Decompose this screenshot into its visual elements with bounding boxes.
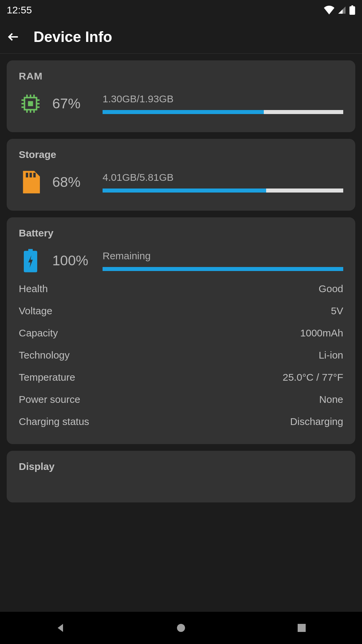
back-button[interactable] <box>7 30 20 44</box>
health-value: Good <box>319 283 343 294</box>
battery-bar-section: Remaining <box>103 250 343 271</box>
nav-home-button[interactable] <box>174 621 188 635</box>
ram-metric: 67% 1.30GB/1.93GB <box>19 92 343 115</box>
storage-usage-label: 4.01GB/5.81GB <box>103 172 343 183</box>
svg-rect-22 <box>298 624 306 632</box>
battery-progress-fill <box>103 267 343 271</box>
storage-bar-section: 4.01GB/5.81GB <box>103 172 343 193</box>
ram-title: RAM <box>19 70 343 82</box>
capacity-value: 1000mAh <box>300 327 343 339</box>
detail-row-capacity: Capacity 1000mAh <box>19 327 343 339</box>
capacity-label: Capacity <box>19 327 58 339</box>
ram-usage-label: 1.30GB/1.93GB <box>103 93 343 105</box>
storage-percent: 68% <box>52 174 93 190</box>
storage-icon <box>19 170 42 194</box>
battery-card[interactable]: Battery 100% Remaining Health Good <box>7 217 355 444</box>
signal-icon <box>337 6 347 14</box>
page-title: Device Info <box>34 29 112 45</box>
display-card[interactable]: Display <box>7 451 355 502</box>
ram-card[interactable]: RAM <box>7 60 355 132</box>
storage-card[interactable]: Storage 68% 4.01GB/5.81GB <box>7 139 355 211</box>
svg-rect-0 <box>350 6 355 15</box>
temperature-label: Temperature <box>19 372 75 383</box>
battery-metric: 100% Remaining <box>19 249 343 272</box>
power-source-value: None <box>319 394 343 405</box>
battery-icon <box>19 249 42 272</box>
ram-percent: 67% <box>52 96 93 112</box>
app-header: Device Info <box>0 20 362 54</box>
technology-value: Li-ion <box>319 350 343 361</box>
svg-rect-18 <box>33 173 36 177</box>
ram-icon <box>19 92 42 115</box>
voltage-value: 5V <box>331 305 343 317</box>
detail-row-technology: Technology Li-ion <box>19 350 343 361</box>
battery-details: Health Good Voltage 5V Capacity 1000mAh … <box>19 283 343 427</box>
svg-point-21 <box>177 624 185 632</box>
battery-status-icon <box>349 5 355 15</box>
voltage-label: Voltage <box>19 305 52 317</box>
svg-rect-3 <box>28 101 33 106</box>
ram-bar-section: 1.30GB/1.93GB <box>103 93 343 114</box>
temperature-value: 25.0°C / 77°F <box>283 372 343 383</box>
battery-percent: 100% <box>52 253 93 269</box>
storage-title: Storage <box>19 149 343 160</box>
svg-rect-17 <box>29 173 32 177</box>
battery-progress-bar <box>103 267 343 271</box>
health-label: Health <box>19 283 48 294</box>
detail-row-voltage: Voltage 5V <box>19 305 343 317</box>
display-title: Display <box>19 461 343 472</box>
power-source-label: Power source <box>19 394 80 405</box>
navigation-bar <box>0 612 362 644</box>
charging-status-label: Charging status <box>19 416 89 427</box>
battery-title: Battery <box>19 227 343 239</box>
detail-row-power-source: Power source None <box>19 394 343 405</box>
wifi-icon <box>324 6 335 14</box>
detail-row-temperature: Temperature 25.0°C / 77°F <box>19 372 343 383</box>
detail-row-health: Health Good <box>19 283 343 294</box>
storage-metric: 68% 4.01GB/5.81GB <box>19 170 343 194</box>
status-icons <box>324 5 355 15</box>
status-time: 12:55 <box>7 4 32 16</box>
ram-progress-bar <box>103 110 343 114</box>
technology-label: Technology <box>19 350 70 361</box>
battery-remaining-label: Remaining <box>103 250 343 262</box>
charging-status-value: Discharging <box>290 416 343 427</box>
ram-progress-fill <box>103 110 264 114</box>
nav-back-button[interactable] <box>54 621 67 635</box>
storage-progress-fill <box>103 189 266 193</box>
nav-recent-button[interactable] <box>295 621 308 635</box>
content-area: RAM <box>0 54 362 612</box>
status-bar: 12:55 <box>0 0 362 20</box>
svg-rect-16 <box>26 173 28 177</box>
detail-row-charging-status: Charging status Discharging <box>19 416 343 427</box>
storage-progress-bar <box>103 189 343 193</box>
svg-rect-1 <box>351 5 353 7</box>
